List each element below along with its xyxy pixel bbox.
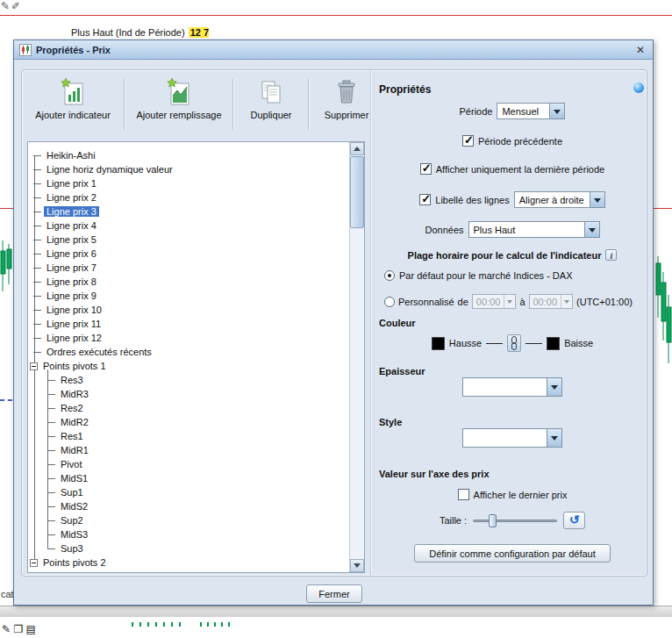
tree-item[interactable]: Sup3 [28, 541, 349, 556]
tree-item[interactable]: MidR1 [28, 443, 349, 457]
color-row: Hausse Baisse [375, 334, 649, 352]
bottom-tool-icons[interactable]: ✎ ❐ ▤ [2, 623, 36, 635]
chevron-down-icon[interactable] [584, 222, 599, 237]
tree-item[interactable]: Points pivots 2 [28, 556, 349, 570]
candlestick-cluster-left [0, 239, 12, 295]
tree-item[interactable]: Ligne prix 3 [28, 204, 349, 219]
custom-range-label: Personnalisé [398, 297, 454, 307]
tree-item[interactable]: Res3 [28, 373, 349, 387]
tree-item[interactable]: Res2 [28, 401, 349, 415]
chevron-down-icon[interactable] [549, 104, 564, 118]
chevron-down-icon[interactable] [590, 192, 604, 207]
help-orb-icon[interactable] [633, 82, 644, 93]
scroll-down-icon[interactable] [350, 559, 364, 572]
tree-item[interactable]: Ligne prix 11 [28, 317, 349, 331]
tree-item-label: Res3 [58, 375, 86, 385]
size-row: Taille : [375, 512, 649, 529]
tree-item-label: Ligne prix 12 [44, 333, 104, 343]
up-color-swatch[interactable] [432, 337, 445, 350]
tree-connector [33, 183, 41, 184]
slider-thumb[interactable] [489, 514, 497, 527]
tree-item[interactable]: MidS1 [28, 471, 349, 485]
default-market-radio[interactable] [384, 270, 395, 281]
tree-item[interactable]: Ligne prix 1 [28, 176, 349, 190]
tree-item[interactable]: MidR2 [28, 415, 349, 429]
thickness-select[interactable] [462, 377, 562, 397]
line-label-checkbox[interactable] [419, 194, 431, 205]
line-style-select[interactable] [462, 428, 562, 448]
color-section-title: Couleur [379, 318, 416, 328]
tree-item[interactable]: Ligne prix 6 [28, 247, 349, 261]
time-to-select[interactable]: 00:00 [529, 294, 574, 309]
tree-item[interactable]: Heikin-Ashi [28, 148, 349, 162]
tree-scrollbar[interactable] [349, 142, 364, 572]
draw-tool-icons[interactable]: ✎✐ [1, 0, 22, 12]
duplicate-button[interactable]: Dupliquer [239, 74, 303, 120]
tree-item[interactable]: Pivot [28, 457, 349, 471]
tree-item[interactable]: Ligne prix 7 [28, 261, 349, 275]
set-default-config-button[interactable]: Définir comme configuration par défaut [414, 544, 611, 563]
show-last-price-checkbox[interactable] [458, 489, 469, 500]
tree-item[interactable]: Res1 [28, 429, 349, 443]
tree-item[interactable]: Sup1 [28, 485, 349, 499]
scroll-up-icon[interactable] [350, 142, 364, 155]
period-label: Période [460, 106, 493, 117]
tree-connector [33, 226, 41, 226]
candlestick-cluster-right [654, 256, 672, 375]
tree-item-label: MidS2 [58, 501, 90, 512]
tree-item[interactable]: MidS2 [28, 499, 349, 513]
info-icon[interactable]: i [605, 249, 617, 261]
tree-item[interactable]: Ligne prix 9 [28, 289, 349, 303]
tree-item[interactable]: Ligne prix 5 [28, 233, 349, 247]
add-indicator-button[interactable]: Ajouter indicateur [27, 74, 118, 120]
chevron-down-icon[interactable] [547, 429, 561, 447]
link-colors-icon[interactable] [507, 334, 521, 352]
delete-button[interactable]: Supprimer [315, 74, 378, 120]
chevron-down-icon[interactable] [504, 295, 515, 308]
tree-item[interactable]: Ligne prix 12 [28, 331, 349, 345]
tree-connector [47, 408, 55, 409]
tree-item[interactable]: Ordres exécutés récents [28, 345, 349, 359]
period-row: Période Mensuel [375, 103, 649, 119]
tree-item[interactable]: Ligne prix 4 [28, 219, 349, 233]
show-last-price-row: Afficher le dernier prix [375, 489, 649, 500]
period-select[interactable]: Mensuel [497, 103, 565, 119]
tree-connector [47, 520, 55, 521]
tree-item[interactable]: MidS3 [28, 527, 349, 541]
tree-item[interactable]: Ligne prix 2 [28, 190, 349, 204]
data-source-row: Données Plus Haut [375, 221, 649, 238]
add-fill-button[interactable]: Ajouter remplissage [131, 74, 227, 120]
scrollbar-thumb[interactable] [350, 156, 364, 228]
chart-scrollbar-strip[interactable] [0, 606, 672, 617]
close-dialog-button[interactable]: Fermer [306, 584, 362, 603]
reset-icon[interactable] [563, 512, 585, 529]
time-range-title-row: Plage horaire pour le calcul de l'indica… [375, 249, 649, 261]
to-label: à [519, 297, 525, 307]
tree-item-label: Ordres exécutés récents [44, 347, 154, 357]
dialog-titlebar[interactable]: Propriétés - Prix ✕ [14, 40, 653, 60]
custom-range-radio[interactable] [384, 297, 395, 307]
tree-connector [47, 492, 55, 493]
label-align-select[interactable]: Aligner à droite [514, 191, 605, 208]
previous-period-checkbox[interactable] [462, 135, 474, 147]
size-slider[interactable] [473, 514, 557, 527]
down-color-swatch[interactable] [547, 337, 560, 350]
panel-divider [370, 70, 372, 576]
tree-item[interactable]: Ligne prix 10 [28, 303, 349, 317]
tree-item[interactable]: MidR3 [28, 387, 349, 401]
tree-expander-icon[interactable] [30, 559, 38, 567]
chevron-down-icon[interactable] [547, 378, 561, 396]
tree-expander-icon[interactable] [30, 362, 38, 370]
data-source-select[interactable]: Plus Haut [468, 221, 600, 238]
tree-item[interactable]: Ligne prix 8 [28, 275, 349, 289]
time-from-select[interactable]: 00:00 [472, 294, 517, 309]
tree-item[interactable]: Points pivots 1 [28, 359, 349, 373]
tree-item[interactable]: Sup2 [28, 513, 349, 527]
show-last-period-row: Afficher uniquement la dernière période [375, 163, 649, 175]
slider-track [473, 520, 557, 522]
show-last-period-checkbox[interactable] [420, 163, 432, 175]
chevron-down-icon[interactable] [561, 295, 572, 308]
close-icon[interactable]: ✕ [633, 44, 647, 56]
tree-item[interactable]: Ligne horiz dynamique valeur [28, 162, 349, 176]
tree-item-label: Ligne prix 10 [44, 305, 104, 315]
